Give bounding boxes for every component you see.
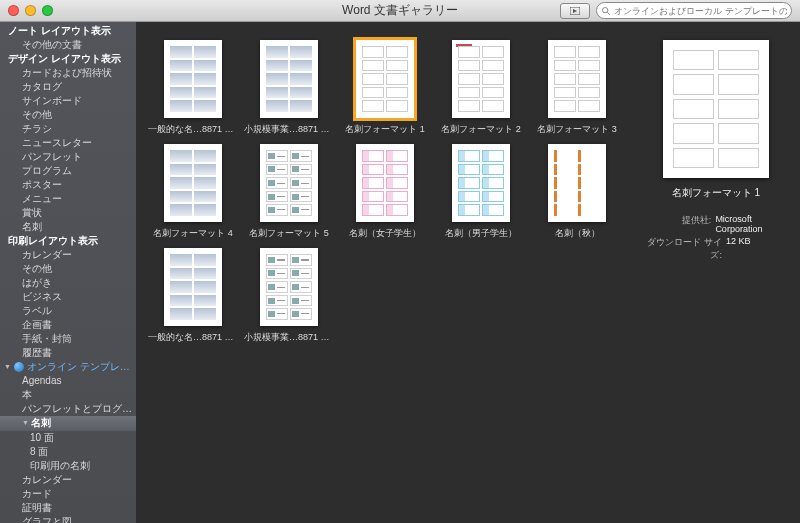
sidebar-item[interactable]: サインボード — [0, 94, 136, 108]
sidebar-item[interactable]: グラフと図 — [0, 515, 136, 523]
sidebar-item[interactable]: 賞状 — [0, 206, 136, 220]
template-thumbnail[interactable] — [356, 144, 414, 222]
sidebar-item[interactable]: 名刺 — [0, 220, 136, 234]
sidebar-item[interactable]: その他 — [0, 262, 136, 276]
sidebar-item[interactable]: 名刺 — [0, 416, 136, 431]
template-label: 名刺フォーマット 5 — [242, 227, 336, 240]
sidebar-item[interactable]: その他 — [0, 108, 136, 122]
template-item[interactable]: 名刺フォーマット 2 — [434, 40, 528, 136]
sidebar-item[interactable]: オンライン テンプレ… — [0, 360, 136, 374]
sidebar-item[interactable]: カードおよび招待状 — [0, 66, 136, 80]
body: ノート レイアウト表示その他の文書デザイン レイアウト表示カードおよび招待状カタ… — [0, 22, 800, 523]
template-label: 名刺フォーマット 4 — [146, 227, 240, 240]
template-label: 名刺（秋） — [530, 227, 624, 240]
toolbar-right — [560, 2, 792, 19]
sidebar-item[interactable]: Agendas — [0, 374, 136, 388]
search-field[interactable] — [596, 2, 792, 19]
template-item[interactable]: 名刺（女子学生） — [338, 144, 432, 240]
preview-label: 名刺フォーマット 1 — [672, 186, 760, 200]
window: Word 文書ギャラリー ノート レイアウト表示その他の文書デザイン レイアウト… — [0, 0, 800, 523]
template-label: 一般的な名…8871 対応） — [146, 123, 240, 136]
template-item[interactable]: 名刺フォーマット 5 — [242, 144, 336, 240]
svg-marker-1 — [573, 9, 577, 13]
sidebar-item[interactable]: プログラム — [0, 164, 136, 178]
template-label: 小規模事業…8871 対応） — [242, 123, 336, 136]
template-thumbnail[interactable] — [356, 40, 414, 118]
template-grid: 一般的な名…8871 対応）小規模事業…8871 対応）名刺フォーマット 1名刺… — [136, 22, 636, 523]
search-input[interactable] — [614, 6, 787, 16]
sidebar-item[interactable]: 手紙・封筒 — [0, 332, 136, 346]
traffic-lights — [8, 5, 53, 16]
template-thumbnail[interactable] — [260, 144, 318, 222]
sidebar-item[interactable]: はがき — [0, 276, 136, 290]
sidebar-item[interactable]: 印刷用の名刺 — [0, 459, 136, 473]
sidebar-item[interactable]: 10 面 — [0, 431, 136, 445]
size-value: 12 KB — [726, 236, 751, 262]
sidebar-item[interactable]: パンフレットとプログラム — [0, 402, 136, 416]
template-thumbnail[interactable] — [548, 144, 606, 222]
template-thumbnail[interactable] — [452, 40, 510, 118]
sidebar-item[interactable]: カレンダー — [0, 248, 136, 262]
sidebar-item[interactable]: 印刷レイアウト表示 — [0, 234, 136, 248]
preview-pane: 名刺フォーマット 1 提供社:Microsoft Corporation ダウン… — [636, 22, 800, 523]
template-label: 一般的な名…8871 対応） — [146, 331, 240, 344]
sidebar-item[interactable]: ポスター — [0, 178, 136, 192]
svg-line-3 — [607, 12, 610, 15]
search-icon — [601, 6, 611, 16]
sidebar-item[interactable]: 企画書 — [0, 318, 136, 332]
sidebar-item[interactable]: パンフレット — [0, 150, 136, 164]
preview-meta: 提供社:Microsoft Corporation ダウンロード サイズ:12 … — [642, 214, 790, 264]
sidebar-item[interactable]: 証明書 — [0, 501, 136, 515]
template-thumbnail[interactable] — [164, 248, 222, 326]
sidebar-item[interactable]: その他の文書 — [0, 38, 136, 52]
main: 一般的な名…8871 対応）小規模事業…8871 対応）名刺フォーマット 1名刺… — [136, 22, 800, 523]
sidebar-item[interactable]: ビジネス — [0, 290, 136, 304]
template-thumbnail[interactable] — [164, 144, 222, 222]
slideshow-button[interactable] — [560, 3, 590, 19]
preview-thumbnail — [663, 40, 769, 178]
template-label: 名刺フォーマット 2 — [434, 123, 528, 136]
provider-value: Microsoft Corporation — [715, 214, 790, 234]
template-thumbnail[interactable] — [548, 40, 606, 118]
globe-icon — [14, 362, 24, 372]
template-label: 名刺フォーマット 3 — [530, 123, 624, 136]
template-label: 名刺（女子学生） — [338, 227, 432, 240]
provider-key: 提供社: — [642, 214, 711, 234]
template-label: 小規模事業…8871 対応） — [242, 331, 336, 344]
sidebar-item[interactable]: デザイン レイアウト表示 — [0, 52, 136, 66]
template-thumbnail[interactable] — [260, 40, 318, 118]
template-label: 名刺（男子学生） — [434, 227, 528, 240]
template-item[interactable]: 小規模事業…8871 対応） — [242, 248, 336, 344]
sidebar-item[interactable]: カード — [0, 487, 136, 501]
sidebar-item[interactable]: ニュースレター — [0, 136, 136, 150]
template-item[interactable]: 名刺フォーマット 4 — [146, 144, 240, 240]
sidebar-item[interactable]: カタログ — [0, 80, 136, 94]
template-item[interactable]: 一般的な名…8871 対応） — [146, 40, 240, 136]
template-label: 名刺フォーマット 1 — [338, 123, 432, 136]
size-key: ダウンロード サイズ: — [642, 236, 722, 262]
sidebar-item[interactable]: ノート レイアウト表示 — [0, 24, 136, 38]
template-item[interactable]: 名刺（秋） — [530, 144, 624, 240]
play-icon — [570, 7, 580, 15]
template-item[interactable]: 名刺（男子学生） — [434, 144, 528, 240]
sidebar-item[interactable]: 8 面 — [0, 445, 136, 459]
svg-point-2 — [603, 7, 608, 12]
template-item[interactable]: 一般的な名…8871 対応） — [146, 248, 240, 344]
close-icon[interactable] — [8, 5, 19, 16]
minimize-icon[interactable] — [25, 5, 36, 16]
template-item[interactable]: 小規模事業…8871 対応） — [242, 40, 336, 136]
template-thumbnail[interactable] — [164, 40, 222, 118]
template-thumbnail[interactable] — [452, 144, 510, 222]
titlebar: Word 文書ギャラリー — [0, 0, 800, 22]
template-item[interactable]: 名刺フォーマット 1 — [338, 40, 432, 136]
sidebar-item[interactable]: ラベル — [0, 304, 136, 318]
sidebar-item[interactable]: カレンダー — [0, 473, 136, 487]
template-item[interactable]: 名刺フォーマット 3 — [530, 40, 624, 136]
sidebar-item[interactable]: 本 — [0, 388, 136, 402]
template-thumbnail[interactable] — [260, 248, 318, 326]
sidebar-item[interactable]: メニュー — [0, 192, 136, 206]
zoom-icon[interactable] — [42, 5, 53, 16]
sidebar-item[interactable]: チラシ — [0, 122, 136, 136]
sidebar: ノート レイアウト表示その他の文書デザイン レイアウト表示カードおよび招待状カタ… — [0, 22, 136, 523]
sidebar-item[interactable]: 履歴書 — [0, 346, 136, 360]
